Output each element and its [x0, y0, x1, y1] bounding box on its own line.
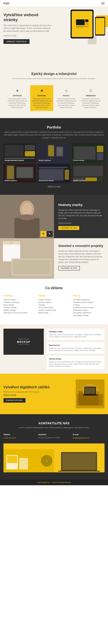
feature-rozvoj[interactable]: ◇ ROZVOJ Lorem ipsum dolor sit amet, con… — [55, 85, 78, 111]
portfolio-subtitle: Quam quisque id diam vel quam elementum.… — [3, 131, 105, 139]
feature-strategie[interactable]: ◈ STRATEGIE Lorem ipsum dolor sit amet, … — [6, 85, 29, 111]
hero-image-link[interactable]: Obrázek z Freepik — [3, 34, 53, 36]
header: logo — [0, 0, 108, 7]
strategy-card-title-1: Návrhový list — [49, 344, 102, 346]
epic-title: Epický design a inženýrství — [3, 72, 105, 76]
strategy-card-2: Identita značky Sample text. Click to se… — [47, 356, 105, 369]
list-item[interactable]: Architektura / front-end stack — [73, 307, 105, 308]
list-item[interactable]: Analýza a výzkum — [3, 299, 35, 300]
svg-rect-62 — [58, 471, 100, 472]
portfolio-label-0: Design webových stránek — [5, 160, 24, 161]
strategy-card-desc-1: Sample text. Click to select the text bo… — [49, 347, 102, 352]
svg-rect-10 — [5, 158, 35, 159]
strategy-card-1: Návrhový list Sample text. Click to sele… — [47, 342, 105, 354]
hero-section: Vytváříme webové stránky Illum Lorem dol… — [0, 7, 108, 64]
svg-rect-57 — [83, 395, 97, 396]
contact-email-value[interactable]: template@sample.com — [73, 437, 89, 439]
brand-values-section: M K Hodnoty značky Sample text. Click to… — [0, 195, 108, 238]
webdesign-label: WEBDESIGN — [81, 95, 101, 96]
svg-rect-21 — [97, 153, 103, 160]
hero-tablet — [71, 10, 94, 38]
digital-section: Vytváření digitálních zážitků Přejde se … — [0, 374, 108, 414]
list-item[interactable]: Creative Direction — [38, 299, 70, 300]
strategie-desc: Lorem ipsum dolor sit amet, consectetur … — [7, 98, 27, 108]
contact-phone-value[interactable]: 1 (976) 752 36 22 — [3, 437, 16, 439]
mockup-box: READY TO USE MOCKUP BRAND TEMPLATE — [3, 329, 44, 355]
co-delame-grid: Strategie. Analýza a výzkum Interaktivní… — [3, 294, 105, 317]
co-delame-strategie: Strategie. Analýza a výzkum Interaktivní… — [3, 294, 35, 317]
svg-rect-8 — [25, 145, 35, 150]
list-item[interactable]: Průvodci značkami — [38, 302, 70, 303]
portfolio-grid: Design webových stránek Mobilní aplikace — [3, 144, 105, 183]
hero-tablet-screen — [72, 11, 93, 37]
digital-cta-button[interactable]: KONTAKTUJTE NÁS — [3, 398, 25, 402]
mk-m: M — [41, 231, 46, 237]
contact-address: Umístění: 75 Street, Rampton, NY 62025 — [38, 434, 70, 439]
hero-phone-screen — [96, 18, 105, 34]
list-item[interactable]: Optimalizace výkonu — [73, 309, 105, 311]
portfolio-item-2[interactable]: Firemní design — [72, 144, 105, 162]
stavebni-title: Stavební a renovační projekty — [58, 244, 104, 248]
portfolio-item-3[interactable]: Mobilní aplikace — [3, 164, 36, 183]
list-item[interactable]: Motion Design — [38, 312, 70, 314]
svg-rect-31 — [39, 169, 63, 180]
strategy-card-desc-2: Sample text. Click to select the text bo… — [49, 361, 102, 367]
co-delame-rozvoj: Rozvoj. Full Stack Development Architekt… — [73, 294, 105, 317]
brand-cta-button[interactable]: DOZVĚDĚT SE VÍCE — [58, 226, 79, 230]
portfolio-title: Portfolio — [3, 125, 105, 130]
svg-rect-1 — [76, 20, 85, 25]
svg-rect-9 — [25, 151, 35, 156]
hamburger-menu[interactable] — [101, 2, 105, 4]
strategy-card-title-0: Strategie značky — [49, 331, 102, 333]
feature-branding[interactable]: ◉ BRANDING Lorem ipsum dolor sit amet, c… — [30, 85, 53, 111]
digital-title: Vytváření digitálních zážitků — [3, 385, 71, 389]
list-item[interactable]: Prototypy — [73, 304, 105, 306]
list-item[interactable]: Vývoj aplikací Shopify — [73, 314, 105, 316]
svg-rect-15 — [50, 158, 53, 158]
list-item[interactable]: Architektura návrhů systémů — [73, 302, 105, 303]
portfolio-item-4[interactable]: Responzivní design — [38, 164, 70, 183]
list-item[interactable]: Vývoj aplikací WordPress — [73, 312, 105, 314]
list-item[interactable]: Interaktivní workshopy — [3, 302, 35, 303]
contact-grid: Telefon: 1 (976) 752 36 22 Umístění: 75 … — [3, 434, 105, 439]
list-item[interactable]: Vytváření vizuálních aktiv — [38, 309, 70, 311]
strategy-cards-section: READY TO USE MOCKUP BRAND TEMPLATE Strat… — [0, 324, 108, 374]
portfolio-item-1[interactable]: Mobilní aplikace — [38, 144, 70, 162]
list-item[interactable]: Optimalizace konverzního poměru — [3, 312, 35, 314]
hero-cta-button[interactable]: ZOBRAZIT PORTFOLIO — [3, 39, 30, 44]
list-item[interactable]: Brand strategie — [3, 304, 35, 306]
feature-webdesign[interactable]: ⬡ WEBDESIGN Lorem ipsum dolor sit amet, … — [79, 85, 102, 111]
webdesign-desc: Lorem ipsum dolor sit amet, consectetur … — [81, 98, 101, 108]
portfolio-label-1: Mobilní aplikace — [39, 160, 51, 161]
stavebni-cta-button[interactable]: DOZVĚDĚT SE VÍCE — [58, 266, 80, 270]
mockup-label: READY TO USE — [18, 338, 29, 340]
svg-rect-22 — [74, 147, 95, 159]
portfolio-item-0[interactable]: Design webových stránek — [3, 144, 36, 162]
contact-address-label: Umístění: — [38, 434, 70, 436]
logo[interactable]: logo — [3, 2, 9, 5]
brand-link[interactable]: Obrázky z Freepik — [58, 222, 104, 224]
portfolio-label-3: Mobilní aplikace — [5, 180, 17, 182]
svg-point-41 — [22, 203, 32, 216]
list-item[interactable]: Obchodní strategie — [3, 307, 35, 308]
portfolio-freepik-link[interactable]: Obrázky z Freepik — [48, 186, 60, 187]
list-item[interactable]: Digitální strategie — [3, 309, 35, 311]
list-item[interactable]: Prototypy — [38, 304, 70, 306]
portfolio-section: Portfolio Quam quisque id diam vel quam … — [0, 118, 108, 195]
svg-rect-61 — [62, 453, 96, 470]
epic-subtitle: Ut enim ad minim veniam, quis nostrud ex… — [3, 77, 105, 80]
svg-rect-2 — [85, 20, 88, 22]
svg-rect-17 — [57, 147, 63, 156]
contact-subtitle: Jsme tu, abychom splnili jakékoli vaše c… — [3, 426, 105, 429]
list-item[interactable]: Full Stack Development — [73, 299, 105, 300]
contact-section: KONTAKTUJTE NÁS Jsme tu, abychom splnili… — [0, 414, 108, 480]
digital-link[interactable]: Obrázky z Freepik — [3, 394, 71, 396]
branding-icon: ◉ — [39, 88, 45, 93]
list-item[interactable]: UI/UX & Web Design — [38, 307, 70, 308]
svg-rect-14 — [48, 145, 54, 156]
digital-content: Vytváření digitálních zážitků Přejde se … — [3, 385, 71, 402]
svg-text:A: A — [46, 460, 47, 462]
strategy-card-0: Strategie značky Sample text. Click to s… — [47, 329, 105, 340]
portfolio-item-5[interactable]: Digitální produkt — [72, 164, 105, 183]
brand-description: Sample text. Click to select the text bo… — [58, 209, 104, 220]
